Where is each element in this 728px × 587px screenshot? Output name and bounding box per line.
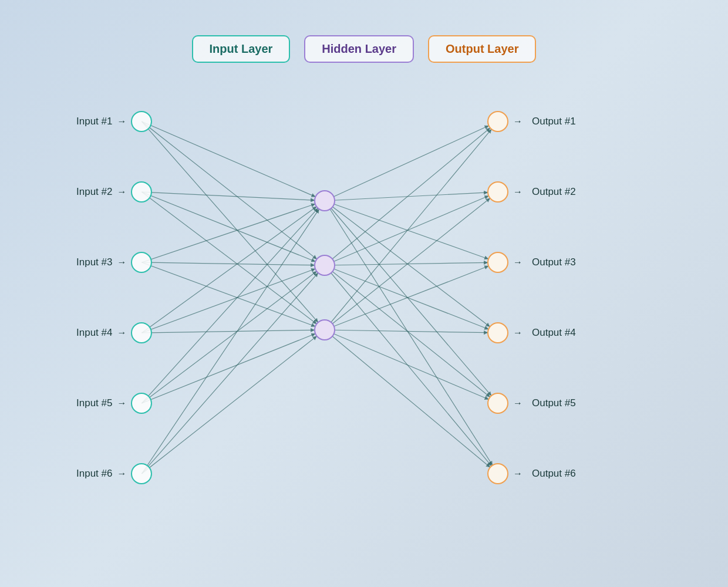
- output-label-5: Output #5: [532, 397, 576, 409]
- arrow-in-3: →: [117, 257, 126, 268]
- network-area: Input #1 → Input #2 → Input #3 → Input #…: [41, 86, 687, 532]
- input-layer-label: Input Layer: [210, 42, 273, 55]
- output-label-2: Output #2: [532, 186, 576, 198]
- output-circle-6: [487, 463, 508, 484]
- arrow-out-4: →: [513, 328, 523, 338]
- svg-line-30: [325, 130, 491, 330]
- svg-line-29: [325, 265, 491, 465]
- output-circle-5: [487, 393, 508, 414]
- arrow-out-5: →: [513, 398, 523, 409]
- svg-line-16: [141, 274, 318, 474]
- svg-line-25: [325, 196, 488, 265]
- input-node-row-5: Input #5 →: [76, 368, 152, 438]
- input-label-1: Input #1: [76, 116, 112, 127]
- svg-line-21: [325, 201, 490, 326]
- input-node-row-3: Input #3 →: [76, 227, 152, 298]
- hidden-layer-label: Hidden Layer: [322, 42, 396, 55]
- arrow-in-5: →: [117, 398, 126, 409]
- svg-line-31: [325, 198, 490, 330]
- output-label-4: Output #4: [532, 327, 576, 339]
- svg-line-17: [141, 336, 316, 474]
- svg-line-26: [325, 262, 487, 265]
- input-layer: Input #1 → Input #2 → Input #3 → Input #…: [76, 86, 152, 509]
- input-label-5: Input #5: [76, 397, 112, 409]
- hidden-node-row-1: [314, 168, 335, 233]
- output-node-row-4: → Output #4: [487, 298, 576, 368]
- input-layer-legend: Input Layer: [192, 35, 291, 63]
- output-layer-label: Output Layer: [446, 42, 518, 55]
- svg-line-12: [141, 208, 317, 403]
- output-label-3: Output #3: [532, 257, 576, 268]
- svg-line-1: [141, 122, 316, 259]
- input-circle-1: [131, 111, 152, 132]
- svg-line-34: [325, 330, 488, 399]
- hidden-circle-3: [314, 319, 335, 340]
- svg-line-32: [325, 266, 488, 330]
- hidden-circle-2: [314, 255, 335, 276]
- output-node-row-1: → Output #1: [487, 86, 576, 157]
- svg-line-6: [141, 204, 314, 262]
- svg-line-9: [141, 207, 316, 333]
- output-node-row-3: → Output #3: [487, 227, 576, 298]
- hidden-layer-legend: Hidden Layer: [304, 35, 414, 63]
- neural-network-diagram: Input Layer Hidden Layer Output Layer In…: [41, 35, 687, 552]
- svg-line-27: [325, 265, 488, 329]
- output-node-row-5: → Output #5: [487, 368, 576, 438]
- svg-line-2: [141, 122, 318, 322]
- svg-line-5: [141, 192, 316, 323]
- svg-line-7: [141, 262, 314, 265]
- svg-line-15: [141, 210, 319, 474]
- arrow-out-2: →: [513, 187, 523, 197]
- svg-line-13: [141, 272, 316, 403]
- svg-line-18: [325, 126, 488, 201]
- svg-line-35: [325, 330, 490, 467]
- output-circle-4: [487, 322, 508, 343]
- arrow-out-6: →: [513, 468, 523, 479]
- svg-line-28: [325, 265, 490, 397]
- svg-line-3: [141, 192, 314, 200]
- arrow-in-6: →: [117, 468, 126, 479]
- svg-line-20: [325, 201, 488, 259]
- arrow-in-4: →: [117, 328, 126, 338]
- hidden-circle-1: [314, 190, 335, 211]
- hidden-node-row-3: [314, 298, 335, 362]
- svg-line-23: [325, 201, 492, 465]
- output-node-row-6: → Output #6: [487, 438, 576, 509]
- input-circle-6: [131, 463, 152, 484]
- svg-line-4: [141, 192, 315, 261]
- svg-line-8: [141, 262, 315, 326]
- arrow-in-1: →: [117, 116, 126, 127]
- input-circle-3: [131, 252, 152, 273]
- output-layer-legend: Output Layer: [428, 35, 536, 63]
- svg-line-22: [325, 201, 491, 395]
- svg-line-11: [141, 330, 314, 333]
- output-label-1: Output #1: [532, 116, 576, 127]
- output-layer: → Output #1 → Output #2 → Output #3 → Ou…: [487, 86, 576, 509]
- input-circle-2: [131, 181, 152, 203]
- input-label-3: Input #3: [76, 257, 112, 268]
- svg-line-33: [325, 330, 487, 333]
- input-label-4: Input #4: [76, 327, 112, 339]
- input-node-row-6: Input #6 →: [76, 438, 152, 509]
- arrow-out-3: →: [513, 257, 523, 268]
- output-label-6: Output #6: [532, 468, 576, 480]
- hidden-node-row-2: [314, 233, 335, 298]
- hidden-layer: [314, 168, 335, 362]
- arrow-out-1: →: [513, 116, 523, 127]
- svg-line-19: [325, 193, 487, 201]
- output-circle-2: [487, 181, 508, 203]
- svg-line-10: [141, 269, 315, 333]
- input-node-row-2: Input #2 →: [76, 157, 152, 227]
- input-circle-4: [131, 322, 152, 343]
- output-circle-3: [487, 252, 508, 273]
- svg-line-0: [141, 122, 315, 197]
- svg-line-14: [141, 334, 315, 403]
- output-node-row-2: → Output #2: [487, 157, 576, 227]
- input-node-row-1: Input #1 →: [76, 86, 152, 157]
- input-circle-5: [131, 393, 152, 414]
- svg-line-24: [325, 129, 490, 265]
- legend: Input Layer Hidden Layer Output Layer: [41, 35, 687, 63]
- output-circle-1: [487, 111, 508, 132]
- arrow-in-2: →: [117, 187, 126, 197]
- input-label-2: Input #2: [76, 186, 112, 198]
